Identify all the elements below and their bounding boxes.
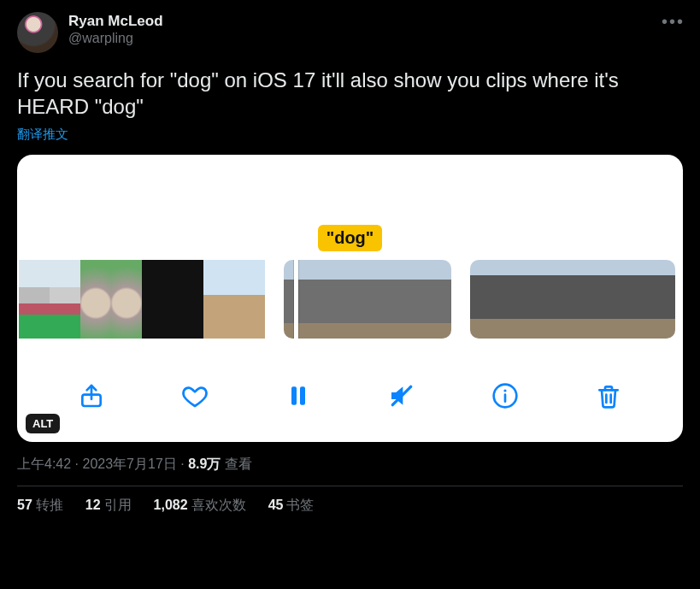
thumbnail-frame [203, 260, 234, 339]
avatar[interactable] [17, 12, 58, 53]
thumbnail-frame [142, 260, 173, 339]
clip-group-2-active[interactable] [284, 260, 451, 339]
svg-rect-1 [291, 387, 297, 405]
thumbnail-frame [504, 260, 538, 339]
author-names: Ryan McLeod @warpling [68, 12, 163, 47]
likes-stat[interactable]: 1,082喜欢次数 [154, 497, 246, 515]
mute-icon[interactable] [385, 379, 419, 413]
quotes-stat[interactable]: 12引用 [85, 497, 132, 515]
retweets-stat[interactable]: 57转推 [17, 497, 63, 515]
tweet-text: If you search for "dog" on iOS 17 it'll … [17, 67, 683, 120]
tweet-meta: 上午4:42 · 2023年7月17日 · 8.9万 查看 [17, 456, 683, 474]
share-icon[interactable] [74, 379, 109, 413]
tweet-date[interactable]: 2023年7月17日 [82, 456, 176, 471]
thumbnail-frame [284, 260, 326, 339]
thumbnail-frame [409, 260, 451, 339]
thumbnail-frame [607, 260, 641, 339]
thumbnail-frame [368, 260, 409, 339]
playhead[interactable] [294, 260, 298, 339]
thumbnail-frame [573, 260, 607, 339]
thumbnail-frame [641, 260, 675, 339]
tweet-header: Ryan McLeod @warpling ••• [17, 12, 683, 53]
views-label: 查看 [221, 456, 251, 471]
thumbnail-frame [111, 260, 142, 339]
views-count: 8.9万 [188, 456, 221, 471]
thumbnail-frame [326, 260, 368, 339]
clip-group-1[interactable] [19, 260, 265, 339]
thumbnail-frame [470, 260, 504, 339]
display-name[interactable]: Ryan McLeod [68, 12, 163, 30]
svg-rect-2 [300, 387, 305, 405]
translate-link[interactable]: 翻译推文 [17, 127, 68, 143]
alt-badge[interactable]: ALT [26, 414, 60, 433]
stats-row: 57转推 12引用 1,082喜欢次数 45书签 [17, 497, 683, 515]
more-menu-button[interactable]: ••• [662, 12, 685, 32]
tweet-container: Ryan McLeod @warpling ••• If you search … [0, 0, 700, 523]
media-card[interactable]: "dog" [17, 155, 683, 442]
video-scrubber[interactable] [17, 260, 683, 339]
media-toolbar [17, 379, 683, 413]
heart-icon[interactable] [178, 379, 212, 413]
pause-icon[interactable] [281, 379, 315, 413]
svg-point-6 [504, 390, 507, 392]
thumbnail-frame [234, 260, 265, 339]
info-icon[interactable] [488, 379, 522, 413]
bookmarks-stat[interactable]: 45书签 [268, 497, 315, 515]
thumbnail-frame [19, 260, 50, 339]
caption-row: "dog" [17, 225, 683, 251]
trash-icon[interactable] [591, 379, 626, 413]
handle[interactable]: @warpling [68, 30, 163, 47]
thumbnail-frame [50, 260, 80, 339]
tweet-time[interactable]: 上午4:42 [17, 456, 71, 471]
caption-pill: "dog" [318, 225, 383, 251]
thumbnail-frame [80, 260, 111, 339]
media-whitespace [17, 155, 683, 225]
thumbnail-frame [173, 260, 203, 339]
thumbnail-frame [538, 260, 573, 339]
clip-group-3[interactable] [470, 260, 675, 339]
divider [17, 486, 683, 486]
